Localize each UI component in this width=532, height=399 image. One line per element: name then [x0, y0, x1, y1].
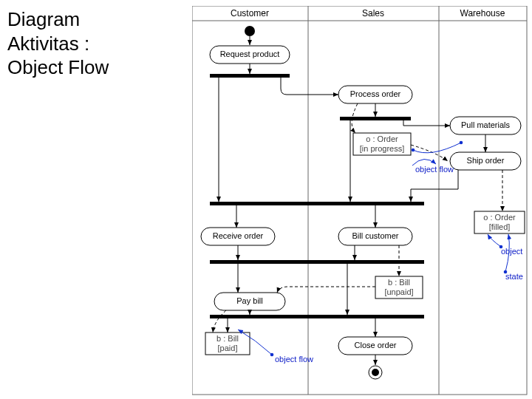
activity-diagram: Customer Sales Warehouse Request product…: [192, 6, 528, 398]
object-state: [in progress]: [360, 144, 405, 153]
fork-bar-icon: [210, 74, 290, 78]
join-bar-icon: [210, 202, 424, 205]
page-title: Diagram Aktivitas : Object Flow: [7, 7, 109, 80]
activity-label: Close order: [355, 341, 397, 349]
lane-header: Warehouse: [460, 8, 505, 18]
object-name: b : Bill: [388, 278, 410, 287]
title-line: Object Flow: [7, 55, 109, 80]
join-bar-icon: [210, 260, 424, 264]
annotation-object-flow: object flow: [275, 355, 313, 364]
object-name: o : Order: [366, 134, 398, 143]
fork-bar-icon: [210, 315, 424, 318]
object-state: [filled]: [489, 222, 511, 231]
fork-bar-icon: [340, 117, 411, 120]
svg-point-23: [372, 369, 379, 376]
annotation-state: state: [505, 272, 523, 281]
lane-header: Sales: [362, 8, 384, 18]
activity-label: Pay bill: [236, 296, 262, 305]
title-line: Aktivitas :: [7, 32, 109, 56]
activity-label: Request product: [220, 50, 280, 58]
annotation-object-flow: object flow: [415, 165, 454, 174]
object-state: [unpaid]: [384, 287, 413, 296]
object-name: o : Order: [483, 213, 516, 222]
activity-label: Ship order: [467, 156, 505, 165]
object-name: b : Bill: [216, 334, 239, 343]
activity-label: Bill customer: [352, 231, 399, 240]
initial-node-icon: [245, 26, 255, 36]
activity-label: Receive order: [213, 231, 264, 240]
activity-label: Process order: [350, 89, 401, 98]
activity-label: Pull materials: [461, 120, 511, 129]
lane-header: Customer: [231, 8, 269, 18]
annotation-object: object: [501, 247, 522, 256]
object-state: [paid]: [218, 344, 238, 352]
title-line: Diagram: [7, 7, 109, 32]
